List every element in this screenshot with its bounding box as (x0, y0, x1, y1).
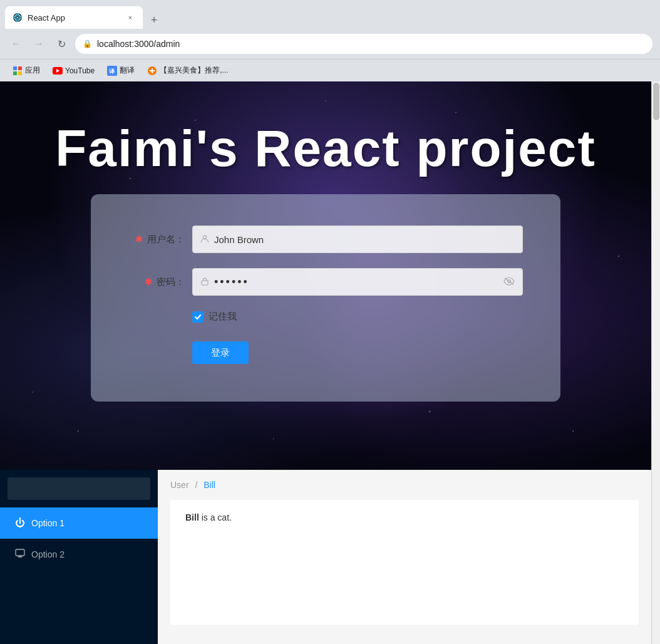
svg-rect-7 (13, 71, 17, 75)
bookmark-food-label: 【嘉兴美食】推荐,... (160, 65, 228, 76)
sidebar-item-option2[interactable]: Option 2 (0, 539, 158, 570)
password-value: •••••• (214, 276, 249, 289)
login-button[interactable]: 登录 (192, 341, 249, 364)
remember-label: 记住我 (209, 311, 237, 323)
sidebar-search-box[interactable] (8, 477, 150, 500)
sidebar-item-option1-label: Option 1 (31, 518, 64, 528)
food-icon (147, 66, 157, 76)
remember-row: 记住我 (192, 311, 523, 323)
username-value: John Brown (214, 234, 515, 245)
bill-name: Bill (185, 512, 199, 522)
forward-button[interactable]: → (30, 35, 48, 53)
tab-close-button[interactable]: × (125, 13, 135, 23)
hero-section: Faimi's React project ✱ 用户名： (0, 81, 651, 470)
svg-point-16 (204, 236, 207, 239)
lock-icon (200, 277, 209, 288)
user-icon (200, 234, 209, 245)
content-card: Bill is a cat. (170, 500, 639, 625)
password-label: ✱ 密码： (128, 276, 185, 288)
password-row: ✱ 密码： •••••• (128, 268, 523, 296)
address-bar: ← → ↻ 🔒 localhost:3000/admin (0, 29, 660, 59)
url-bar[interactable]: 🔒 localhost:3000/admin (75, 34, 652, 54)
sidebar-search-area (0, 470, 158, 507)
password-input[interactable]: •••••• (192, 268, 523, 296)
sidebar: ⏻ Option 1 Option 2 < (0, 470, 158, 644)
required-star-username: ✱ (135, 234, 143, 244)
option2-icon (15, 549, 25, 560)
breadcrumb-user[interactable]: User (170, 480, 189, 490)
hero-title: Faimi's React project (0, 119, 651, 178)
username-input[interactable]: John Brown (192, 226, 523, 253)
svg-text:译: 译 (109, 68, 115, 75)
sidebar-item-option2-label: Option 2 (31, 549, 64, 559)
content-text-rest: is a cat. (199, 512, 232, 522)
main-content-area: User / Bill Bill is a cat. (158, 470, 651, 644)
react-app-tab[interactable]: React App × (5, 6, 143, 29)
required-star-password: ✱ (145, 276, 153, 287)
bookmarks-bar: 应用 YouTube 译 翻译 (0, 59, 660, 81)
page-content: Faimi's React project ✱ 用户名： (0, 81, 651, 644)
reload-button[interactable]: ↻ (53, 35, 70, 53)
bookmark-translate[interactable]: 译 翻译 (102, 63, 140, 78)
translate-icon: 译 (107, 66, 117, 76)
content-text: Bill is a cat. (185, 512, 624, 522)
scrollbar[interactable] (651, 81, 660, 644)
scrollbar-thumb[interactable] (653, 83, 659, 120)
page-wrapper: Faimi's React project ✱ 用户名： (0, 81, 660, 644)
remember-checkbox[interactable] (192, 311, 204, 323)
svg-rect-8 (18, 71, 22, 75)
url-text: localhost:3000/admin (97, 39, 180, 49)
breadcrumb-bill[interactable]: Bill (204, 480, 215, 490)
browser-chrome: React App × + ← → ↻ 🔒 localhost:3000/adm… (0, 0, 660, 81)
new-tab-button[interactable]: + (145, 11, 163, 29)
breadcrumb-separator: / (195, 480, 197, 490)
bookmark-translate-label: 翻译 (120, 65, 135, 76)
tab-bar: React App × + (0, 0, 660, 29)
svg-rect-5 (13, 66, 17, 70)
bottom-section: ⏻ Option 1 Option 2 < (0, 470, 651, 644)
back-button[interactable]: ← (8, 35, 25, 53)
bookmark-apps[interactable]: 应用 (8, 63, 45, 78)
svg-rect-6 (18, 66, 22, 70)
bookmark-apps-label: 应用 (25, 65, 40, 76)
svg-rect-17 (202, 281, 208, 285)
eye-icon[interactable] (503, 277, 515, 288)
react-favicon-icon (13, 13, 23, 23)
login-card: ✱ 用户名： John Brown (91, 194, 560, 402)
breadcrumb: User / Bill (170, 480, 639, 490)
sidebar-item-option1[interactable]: ⏻ Option 1 (0, 507, 158, 539)
bookmark-youtube-label: YouTube (65, 66, 95, 75)
svg-point-4 (17, 17, 19, 19)
svg-rect-20 (16, 549, 24, 556)
lock-icon: 🔒 (83, 39, 92, 48)
bookmark-youtube[interactable]: YouTube (48, 64, 100, 78)
tab-title: React App (28, 13, 120, 23)
youtube-icon (53, 66, 63, 76)
username-label: ✱ 用户名： (128, 234, 185, 246)
bookmark-food[interactable]: 【嘉兴美食】推荐,... (142, 63, 233, 78)
option1-icon: ⏻ (15, 517, 25, 529)
username-row: ✱ 用户名： John Brown (128, 226, 523, 253)
apps-icon (13, 66, 23, 76)
